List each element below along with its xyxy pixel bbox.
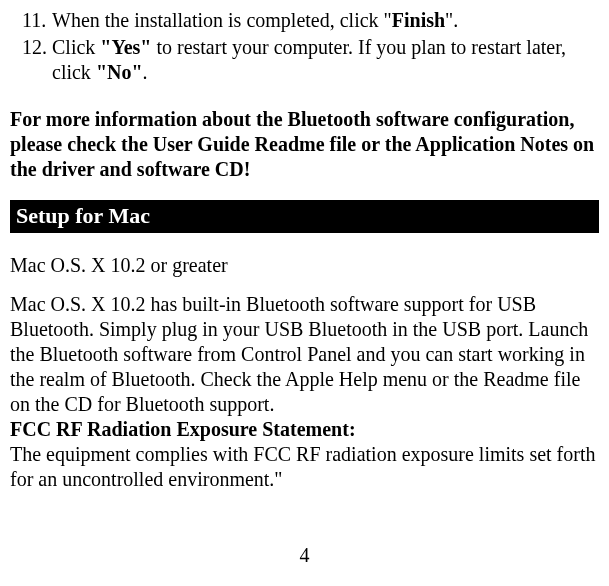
- list-text-bold2: "No": [96, 61, 143, 83]
- list-text-prefix: When the installation is completed, clic…: [52, 9, 392, 31]
- page-number: 4: [0, 543, 609, 568]
- list-item-11: 11. When the installation is completed, …: [52, 8, 599, 33]
- fcc-heading: FCC RF Radiation Exposure Statement:: [10, 417, 599, 442]
- body-paragraph: Mac O.S. X 10.2 has built-in Bluetooth s…: [10, 292, 599, 417]
- list-number: 12.: [22, 35, 47, 60]
- instruction-list: 11. When the installation is completed, …: [10, 8, 599, 85]
- sub-heading: Mac O.S. X 10.2 or greater: [10, 253, 599, 278]
- list-number: 11.: [22, 8, 46, 33]
- list-text-bold: "Yes": [100, 36, 151, 58]
- list-item-12: 12. Click "Yes" to restart your computer…: [52, 35, 599, 85]
- list-text-prefix: Click: [52, 36, 100, 58]
- info-paragraph: For more information about the Bluetooth…: [10, 107, 599, 182]
- list-text-suffix: ".: [445, 9, 458, 31]
- fcc-text: The equipment complies with FCC RF radia…: [10, 442, 599, 492]
- section-header-setup-mac: Setup for Mac: [10, 200, 599, 233]
- list-text-suffix2: .: [143, 61, 148, 83]
- list-text-bold: Finish: [392, 9, 445, 31]
